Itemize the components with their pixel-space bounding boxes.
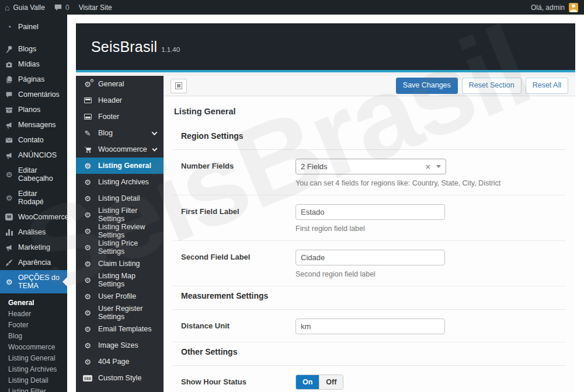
avatar[interactable] xyxy=(569,3,578,12)
submenu-item-general[interactable]: General xyxy=(8,297,67,308)
megaphone-icon xyxy=(5,121,13,129)
theme-menu-item-label: Listing Map Settings xyxy=(98,272,157,288)
brand-version: 1.1.40 xyxy=(161,46,180,53)
sidebar-item-woocommerce[interactable]: wWooCommerce xyxy=(0,209,67,225)
comments-count: 0 xyxy=(65,4,69,12)
submenu-item-header[interactable]: Header xyxy=(8,308,67,319)
theme-menu-item-listing-map-settings[interactable]: ⚙Listing Map Settings xyxy=(76,272,164,288)
theme-menu-item-listing-price-settings[interactable]: ⚙Listing Price Settings xyxy=(76,239,164,256)
comments-menu[interactable]: 0 xyxy=(54,4,69,12)
theme-menu-item-404-page[interactable]: ⚙404 Page xyxy=(76,354,164,370)
theme-menu-item-label: User Profile xyxy=(98,292,136,300)
greeting[interactable]: Olá, admin xyxy=(531,4,565,12)
submenu-item-listing-filter-settings[interactable]: Listing Filter Settings xyxy=(8,386,67,392)
submenu-item-listing-general[interactable]: Listing General xyxy=(8,352,67,363)
submenu-item-listing-archives[interactable]: Listing Archives xyxy=(8,363,67,374)
footer-icon xyxy=(83,114,92,120)
submenu-item-footer[interactable]: Footer xyxy=(8,319,67,330)
chevron-down-icon xyxy=(152,130,158,135)
chevron-down-icon[interactable] xyxy=(436,165,441,168)
sidebar-item-marketing[interactable]: Marketing xyxy=(0,240,67,255)
submenu-item-listing-detail[interactable]: Listing Detail xyxy=(8,374,67,386)
switch-off-button[interactable]: Off xyxy=(319,375,343,389)
second-field-label-input[interactable] xyxy=(296,250,445,265)
theme-menu-item-general[interactable]: ⚙⚙General xyxy=(76,76,164,92)
sidebar-item-midias[interactable]: Mídias xyxy=(0,57,67,72)
sidebar-item-analises[interactable]: Análises xyxy=(0,225,67,240)
sidebar-item-editar-rodape[interactable]: ⚙Editar Rodapé xyxy=(0,186,67,209)
visit-site-link[interactable]: Visitar Site xyxy=(79,4,112,12)
sidebar-item-opcoes-do-tema[interactable]: ⚙OPÇÕES do TEMA xyxy=(0,270,67,293)
theme-menu-item-listing-archives[interactable]: ⚙Listing Archives xyxy=(76,174,164,190)
field-label: First Field Label xyxy=(181,204,296,233)
megaphone-icon xyxy=(5,244,13,251)
select-value: 2 Fields xyxy=(301,162,328,171)
first-field-label-input[interactable] xyxy=(296,204,445,220)
theme-menu-item-image-sizes[interactable]: ⚙Image Sizes xyxy=(76,337,164,354)
section-title-other-settings: Other Settings xyxy=(173,342,566,366)
field-row-number-fields: Number Fields 2 Fields × You can set 4 f… xyxy=(173,150,566,195)
theme-menu-item-blog[interactable]: ✎Blog xyxy=(76,125,164,141)
theme-menu-item-user-register-settings[interactable]: ⚙User Register Settings xyxy=(76,304,164,321)
sidebar-item-label: Marketing xyxy=(18,243,50,251)
theme-menu-item-listing-general[interactable]: ⚙Listing General xyxy=(76,158,164,174)
sidebar-item-anuncios[interactable]: ANÚNCIOS xyxy=(0,148,67,163)
expand-icon xyxy=(175,82,182,89)
field-description: First region field label xyxy=(296,225,558,233)
toolbar: Save Changes Reset Section Reset All xyxy=(164,76,575,96)
theme-menu-item-custom-style[interactable]: cssCustom Style xyxy=(76,370,164,386)
gear-icon: ⚙ xyxy=(5,171,13,178)
sidebar-item-paginas[interactable]: Páginas xyxy=(0,72,67,87)
admin-sidebar: ◔PainelBlogsMídiasPáginasComentáriosPlan… xyxy=(0,15,67,392)
reset-all-button[interactable]: Reset All xyxy=(526,78,568,94)
chevron-down-icon xyxy=(152,146,157,151)
save-changes-button[interactable]: Save Changes xyxy=(396,78,458,94)
admin-bar: ⌂ Guia Valle 0 Visitar Site Olá, admin xyxy=(0,0,584,15)
field-row-show-hour-status: Show Hour Status On Off xyxy=(173,366,566,392)
theme-menu-item-email-templates[interactable]: ⚙Email Templates xyxy=(76,321,164,337)
theme-menu-item-listing-filter-settings[interactable]: ⚙Listing Filter Settings xyxy=(76,206,164,223)
gear-icon: ⚙ xyxy=(83,276,92,284)
gear-icon: ⚙ xyxy=(83,178,92,186)
sidebar-item-painel[interactable]: ◔Painel xyxy=(0,19,67,34)
expand-options-button[interactable] xyxy=(171,79,187,93)
submenu-item-blog[interactable]: Blog xyxy=(8,330,67,341)
submenu-item-woocommerce[interactable]: Woocommerce xyxy=(8,341,67,352)
sidebar-item-editar-cabecalho[interactable]: ⚙Editar Cabeçalho xyxy=(0,163,67,186)
theme-menu-item-user-profile[interactable]: ⚙User Profile xyxy=(76,288,164,304)
sidebar-item-comentarios[interactable]: Comentários xyxy=(0,87,67,102)
sidebar-item-blogs[interactable]: Blogs xyxy=(0,41,67,57)
section-title-measurement-settings: Measurement Settings xyxy=(173,286,566,310)
sidebar-item-mensagens[interactable]: Mensagens xyxy=(0,117,67,132)
theme-menu-item-label: Listing Detail xyxy=(98,194,140,202)
field-label: Distance Unit xyxy=(181,318,296,334)
distance-unit-input[interactable] xyxy=(296,318,445,334)
clear-icon[interactable]: × xyxy=(426,163,430,171)
switch-on-button[interactable]: On xyxy=(296,375,319,389)
sidebar-item-label: Mídias xyxy=(18,60,40,68)
theme-menu-item-header[interactable]: Header xyxy=(76,92,164,108)
sidebar-item-contato[interactable]: Contato xyxy=(0,132,67,148)
admin-menu: ◔PainelBlogsMídiasPáginasComentáriosPlan… xyxy=(0,19,67,293)
theme-menu-item-claim-listing[interactable]: ⚙Claim Listing xyxy=(76,256,164,272)
theme-menu-item-woocommerce[interactable]: Woocommerce xyxy=(76,141,164,158)
theme-menu-item-label: Footer xyxy=(98,113,119,121)
gear-icon: ⚙ xyxy=(83,228,92,235)
field-row-first-field-label: First Field Label First region field lab… xyxy=(173,195,566,241)
number-fields-select[interactable]: 2 Fields × xyxy=(296,159,446,174)
theme-menu-item-label: General xyxy=(98,80,124,88)
gear-icon: ⚙ xyxy=(83,211,92,219)
theme-menu-item-listing-review-settings[interactable]: ⚙Listing Review Settings xyxy=(76,223,164,239)
sidebar-item-label: Comentários xyxy=(18,90,60,99)
reset-section-button[interactable]: Reset Section xyxy=(462,78,522,94)
theme-menu-item-footer[interactable]: Footer xyxy=(76,108,164,125)
sidebar-item-aparencia[interactable]: Aparência xyxy=(0,255,67,270)
theme-menu-item-label: Listing Filter Settings xyxy=(98,206,157,223)
gear-icon: ⚙ xyxy=(83,195,92,202)
site-menu[interactable]: ⌂ Guia Valle xyxy=(5,4,45,12)
field-control xyxy=(296,318,558,334)
theme-menu-item-label: Email Templates xyxy=(98,325,151,333)
theme-menu-item-listing-detail[interactable]: ⚙Listing Detail xyxy=(76,190,164,206)
sidebar-item-planos[interactable]: Planos xyxy=(0,102,67,117)
settings-content: Save Changes Reset Section Reset All Lis… xyxy=(164,76,575,392)
